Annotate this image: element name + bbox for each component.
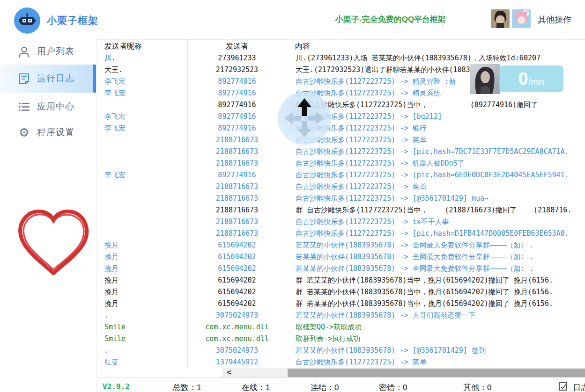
content-cell: 取框架QQ->获取成功 bbox=[296, 321, 585, 333]
content-cell: 自古沙雕快乐多(1127223725) -> 机器人被DDoS了 bbox=[296, 158, 585, 169]
left-arrow-icon bbox=[284, 112, 301, 125]
log-row[interactable]: 川.273961233川.(273961233)入场 若某某的小伙伴(10839… bbox=[96, 52, 585, 64]
content-cell: 群 若某某的小伙伴(1083935678)当中，挽月(615694202)撤回了… bbox=[296, 286, 585, 298]
statusbar: V2.9.2 总数：1在线：1连结：0密错：0其他：0 日志实时 bbox=[96, 377, 585, 392]
column-header-content: 内容 bbox=[295, 40, 310, 52]
check-icon bbox=[560, 384, 567, 390]
log-row[interactable]: 挽月615694202群 若某某的小伙伴(1083935678)当中，挽月(61… bbox=[96, 298, 585, 310]
sender-cell: 2172932523 bbox=[187, 64, 287, 76]
log-row[interactable]: 挽月615694202群 若某某的小伙伴(1083935678)当中，挽月(61… bbox=[96, 275, 585, 286]
content-cell: 自古沙雕快乐多(1127223725) -> [pic,hash=7DC71E3… bbox=[296, 146, 585, 158]
sidebar-item-user-list[interactable]: 用户列表 bbox=[0, 41, 96, 62]
scrollbar-thumb[interactable] bbox=[288, 369, 585, 377]
status-item: 密错：0 bbox=[379, 382, 407, 392]
sidebar-item-settings[interactable]: ⚙ 程序设置 bbox=[0, 122, 96, 143]
account-avatar-2[interactable] bbox=[512, 9, 531, 28]
nickname-cell bbox=[104, 228, 187, 240]
horizontal-scrollbar[interactable]: < bbox=[96, 368, 585, 377]
right-arrow-icon bbox=[308, 112, 325, 125]
log-row[interactable]: 李飞宏892774916自古沙雕快乐多(1127223725) -> [pic,… bbox=[96, 169, 585, 181]
sender-cell: 892774916 bbox=[187, 123, 287, 134]
nickname-cell: Smile bbox=[104, 321, 187, 333]
log-row[interactable]: .3075024973若某某的小伙伴(1083935678) -> [@3561… bbox=[96, 345, 585, 356]
sender-cell: 273961233 bbox=[187, 52, 287, 64]
log-row[interactable]: .3075024973若某某的小伙伴(1083935678) -> 大哥们我动态… bbox=[96, 310, 585, 321]
nickname-cell: Smile bbox=[104, 333, 187, 345]
nickname-cell: 挽月 bbox=[104, 286, 187, 298]
log-row[interactable]: 2188716673自古沙雕快乐多(1127223725) -> [@35617… bbox=[96, 193, 585, 204]
log-row[interactable]: 挽月615694202若某某的小伙伴(1083935678) -> 全网最大免费… bbox=[96, 240, 585, 251]
content-cell: 若某某的小伙伴(1083935678) -> 全网最大免费软件分享群————（如… bbox=[296, 240, 585, 251]
sidebar-item-app-center[interactable]: 应用中心 bbox=[0, 96, 96, 117]
content-cell: 自古沙雕快乐多(1127223725) -> [pic,hash=D1FB414… bbox=[296, 228, 585, 240]
log-row[interactable]: 2188716673自古沙雕快乐多(1127223725) -> 菜单 bbox=[96, 134, 585, 146]
log-rows: 川.273961233川.(273961233)入场 若某某的小伙伴(10839… bbox=[96, 52, 585, 368]
log-row[interactable]: 李飞宏892774916自古沙雕快乐多(1127223725) -> [bq21… bbox=[96, 111, 585, 123]
up-arrow-icon bbox=[297, 98, 311, 116]
app-slogan: 小栗子-完全免费的QQ平台框架 bbox=[335, 14, 446, 25]
status-item: 其他：0 bbox=[463, 382, 491, 392]
sender-cell: 892774916 bbox=[187, 99, 287, 111]
log-row[interactable]: Smilecom.xc.menu.dll取框架QQ->获取成功 bbox=[96, 321, 585, 333]
log-row[interactable]: 2188716673自古沙雕快乐多(1127223725) -> 菜单 bbox=[96, 181, 585, 193]
nickname-cell: 大王. bbox=[104, 64, 187, 76]
sender-cell: com.xc.menu.dll bbox=[187, 333, 287, 345]
sender-cell: 2188716673 bbox=[187, 134, 287, 146]
speed-unit: /min bbox=[528, 77, 544, 87]
realtime-log-label: 日志实时 bbox=[573, 382, 585, 392]
content-cell: 若某某的小伙伴(1083935678) -> 全网最大免费软件分享群————（如… bbox=[296, 263, 585, 275]
sidebar-item-run-log[interactable]: 运行日志 bbox=[0, 65, 96, 93]
log-row[interactable]: 892774916群 自古沙雕快乐多(1127223725)当中， (89277… bbox=[96, 99, 585, 111]
nickname-cell bbox=[104, 193, 187, 204]
log-row[interactable]: 2188716673群 自古沙雕快乐多(1127223725)当中， (2188… bbox=[96, 204, 585, 216]
nickname-cell: . bbox=[104, 345, 187, 356]
nickname-cell: 李飞宏 bbox=[104, 169, 187, 181]
heart-doodle bbox=[12, 204, 95, 277]
sender-cell: 1379445912 bbox=[187, 356, 287, 368]
app-logo: 小栗子框架 bbox=[14, 7, 98, 34]
content-cell: 自古沙雕快乐多(1127223725) -> 菜单 bbox=[296, 356, 585, 368]
app-window: 小栗子框架 小栗子-完全免费的QQ平台框架 其他操作 bbox=[0, 0, 585, 392]
header-divider bbox=[442, 7, 443, 28]
version-label: V2.9.2 bbox=[103, 382, 130, 391]
sidebar: 用户列表 运行日志 应用中心 ⚙ 程 bbox=[0, 36, 96, 392]
user-icon bbox=[18, 45, 30, 58]
float-scroll-nav[interactable] bbox=[278, 92, 331, 145]
sender-cell: 615694202 bbox=[187, 240, 287, 251]
log-row[interactable]: 2188716673自古沙雕快乐多(1127223725) -> [pic,ha… bbox=[96, 228, 585, 240]
portrait-photo-avatar bbox=[470, 64, 500, 94]
account-avatar-1[interactable] bbox=[491, 9, 510, 28]
sender-cell: 2188716673 bbox=[187, 193, 287, 204]
content-cell: 自古沙雕快乐多(1127223725) -> tx不干人事 bbox=[296, 216, 585, 228]
sender-cell: 615694202 bbox=[187, 275, 287, 286]
content-cell: 取群列表->执行成功 bbox=[296, 333, 585, 345]
sender-cell: 2188716673 bbox=[187, 216, 287, 228]
nickname-cell: 红蓝 bbox=[104, 356, 187, 368]
sender-cell: 892774916 bbox=[187, 111, 287, 123]
down-arrow-icon bbox=[298, 121, 311, 138]
content-cell: 群 若某某的小伙伴(1083935678)当中，挽月(615694202)撤回了… bbox=[296, 275, 585, 286]
log-row[interactable]: 挽月615694202若某某的小伙伴(1083935678) -> 全网最大免费… bbox=[96, 251, 585, 263]
content-cell: 自古沙雕快乐多(1127223725) -> 菜单 bbox=[296, 181, 585, 193]
scrollbar-left-arrow-icon[interactable]: < bbox=[224, 368, 234, 377]
log-row[interactable]: 挽月615694202群 若某某的小伙伴(1083935678)当中，挽月(61… bbox=[96, 286, 585, 298]
sender-cell: com.xc.menu.dll bbox=[187, 321, 287, 333]
log-row[interactable]: Smilecom.xc.menu.dll取群列表->执行成功 bbox=[96, 333, 585, 345]
sender-cell: 2188716673 bbox=[187, 146, 287, 158]
log-row[interactable]: 李飞宏892774916自古沙雕快乐多(1127223725) -> 银行 bbox=[96, 123, 585, 134]
content-cell: 群 自古沙雕快乐多(1127223725)当中， (892774916)撤回了 … bbox=[296, 99, 585, 111]
nickname-cell: 李飞宏 bbox=[104, 76, 187, 87]
log-row[interactable]: 挽月615694202若某某的小伙伴(1083935678) -> 全网最大免费… bbox=[96, 263, 585, 275]
log-row[interactable]: 2188716673自古沙雕快乐多(1127223725) -> [pic,ha… bbox=[96, 146, 585, 158]
nickname-cell: 挽月 bbox=[104, 251, 187, 263]
log-row[interactable]: 2188716673自古沙雕快乐多(1127223725) -> 机器人被DDo… bbox=[96, 158, 585, 169]
nickname-cell bbox=[104, 146, 187, 158]
realtime-log-checkbox[interactable] bbox=[559, 382, 567, 391]
column-header-nickname: 发送者昵称 bbox=[104, 40, 142, 52]
sender-cell: 892774916 bbox=[187, 87, 287, 99]
nickname-cell: 川. bbox=[104, 52, 187, 64]
log-row[interactable]: 2188716673自古沙雕快乐多(1127223725) -> tx不干人事 bbox=[96, 216, 585, 228]
more-actions-button[interactable]: 其他操作 bbox=[538, 14, 571, 25]
content-cell: 自古沙雕快乐多(1127223725) -> [@3561701429] mua… bbox=[296, 193, 585, 204]
log-row[interactable]: 红蓝1379445912自古沙雕快乐多(1127223725) -> 菜单 bbox=[96, 356, 585, 368]
